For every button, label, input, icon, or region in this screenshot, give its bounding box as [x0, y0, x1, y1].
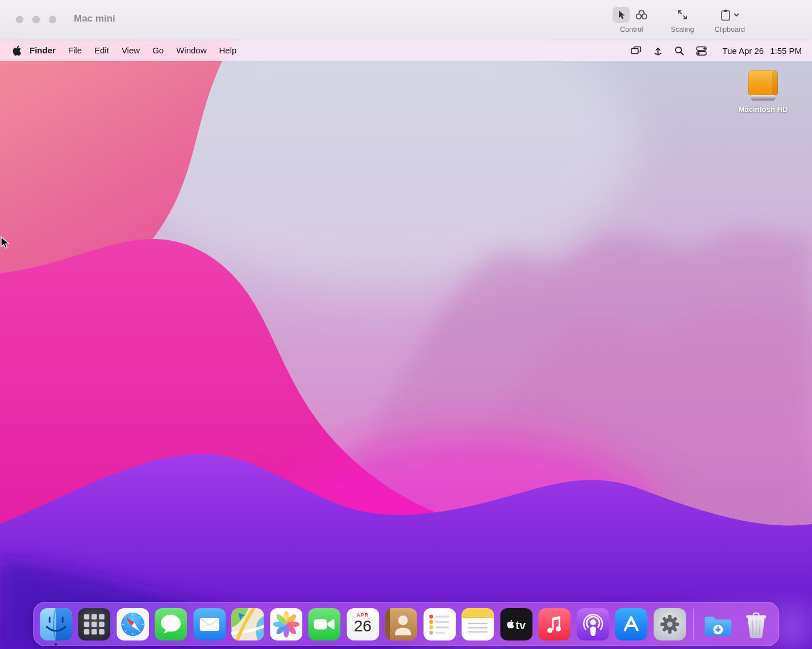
clipboard-button[interactable]	[717, 7, 743, 23]
screen-sharing-toolbar: Mac mini Control	[0, 0, 812, 40]
menu-file[interactable]: File	[62, 40, 88, 61]
clipboard-label: Clipboard	[714, 26, 745, 34]
remote-desktop: Finder File Edit View Go Window Help	[0, 40, 812, 649]
tv-label: tv	[515, 619, 526, 631]
calendar-month: APR	[357, 612, 369, 618]
dock-item-trash[interactable]	[740, 608, 772, 640]
apple-logo-icon	[13, 45, 22, 56]
volume-label: Macintosh HD	[739, 105, 788, 114]
dock-item-music[interactable]	[538, 608, 571, 640]
chevron-down-icon	[734, 13, 739, 17]
dock-divider	[693, 609, 694, 639]
system-preferences-icon	[653, 608, 686, 640]
mouse-cursor	[0, 236, 11, 250]
safari-icon	[116, 608, 149, 640]
podcasts-icon	[577, 608, 609, 640]
spotlight-icon	[674, 46, 684, 56]
calendar-day: 26	[354, 618, 372, 634]
launchpad-icon	[78, 608, 110, 640]
dock-item-calendar[interactable]: APR 26	[347, 608, 379, 640]
trash-icon	[740, 608, 772, 640]
zoom-button[interactable]	[49, 16, 56, 23]
control-center-icon	[696, 46, 707, 56]
dock-item-contacts[interactable]	[385, 608, 417, 640]
share-screen-icon	[653, 46, 663, 56]
dock-item-photos[interactable]	[270, 608, 302, 640]
control-label: Control	[620, 26, 643, 34]
maps-icon	[231, 608, 264, 640]
window-controls	[16, 16, 56, 23]
dock-item-tv[interactable]: tv	[500, 608, 532, 640]
menu-time: 1:55 PM	[770, 46, 802, 56]
orange-external-drive-icon	[744, 69, 782, 103]
toolbar-controls: Control Scaling	[613, 6, 745, 34]
app-store-icon	[615, 608, 647, 640]
mail-icon	[193, 608, 226, 640]
control-center-menu-extra[interactable]	[696, 46, 707, 56]
menu-bar-status: Tue Apr 26 1:55 PM	[631, 46, 802, 56]
apple-menu[interactable]	[13, 45, 22, 56]
menu-go[interactable]: Go	[146, 40, 170, 61]
dock-item-reminders[interactable]	[423, 608, 456, 640]
photos-icon	[270, 608, 302, 640]
dock-item-downloads[interactable]	[702, 608, 734, 640]
finder-running-indicator	[55, 643, 57, 646]
downloads-folder-icon	[702, 608, 734, 640]
dock-item-finder[interactable]	[40, 608, 72, 640]
close-button[interactable]	[16, 16, 23, 23]
dock-item-safari[interactable]	[116, 608, 149, 640]
dock: APR 26	[33, 602, 780, 646]
dock-item-messages[interactable]	[155, 608, 187, 640]
resize-diagonal-icon	[677, 9, 688, 20]
wallpaper	[0, 40, 812, 649]
dock-item-notes[interactable]	[461, 608, 494, 640]
binoculars-icon	[635, 9, 648, 20]
dock-item-launchpad[interactable]	[78, 608, 110, 640]
window-title: Mac mini	[74, 13, 115, 24]
share-screen-menu-extra[interactable]	[653, 46, 663, 56]
menu-edit[interactable]: Edit	[88, 40, 115, 61]
screen: Mac mini Control	[0, 0, 812, 649]
clipboard-icon	[721, 9, 731, 21]
finder-icon	[40, 608, 72, 640]
control-mode-button[interactable]	[613, 7, 630, 23]
calendar-icon: APR 26	[347, 608, 379, 640]
dock-item-podcasts[interactable]	[577, 608, 609, 640]
music-icon	[538, 608, 571, 640]
spotlight-menu-extra[interactable]	[674, 46, 684, 56]
messages-icon	[155, 608, 187, 640]
menu-finder[interactable]: Finder	[25, 40, 62, 61]
cursor-icon	[615, 9, 627, 20]
observe-mode-button[interactable]	[633, 7, 650, 23]
scaling-group: Scaling	[671, 6, 694, 34]
contacts-icon	[385, 608, 417, 640]
dock-item-mail[interactable]	[193, 608, 226, 640]
dock-item-system-preferences[interactable]	[653, 608, 686, 640]
facetime-icon	[308, 608, 340, 640]
stacked-displays-icon	[631, 46, 642, 55]
control-mode-group: Control	[613, 6, 650, 34]
menu-bar: Finder File Edit View Go Window Help	[0, 40, 812, 61]
stacked-displays-menu-extra[interactable]	[631, 46, 642, 55]
desktop-volume-macintosh-hd[interactable]: Macintosh HD	[729, 69, 797, 114]
dock-item-app-store[interactable]	[615, 608, 647, 640]
menu-date: Tue Apr 26	[722, 46, 764, 56]
apple-tv-icon: tv	[500, 608, 532, 640]
dock-item-facetime[interactable]	[308, 608, 340, 640]
clipboard-group: Clipboard	[714, 6, 745, 34]
notes-icon	[461, 608, 494, 640]
menu-help[interactable]: Help	[213, 40, 243, 61]
reminders-icon	[423, 608, 456, 640]
menu-bar-clock[interactable]: Tue Apr 26 1:55 PM	[722, 46, 802, 56]
menu-window[interactable]: Window	[170, 40, 213, 61]
scaling-button[interactable]	[674, 7, 691, 23]
menu-view[interactable]: View	[115, 40, 146, 61]
scaling-label: Scaling	[671, 26, 694, 34]
minimize-button[interactable]	[32, 16, 40, 23]
dock-item-maps[interactable]	[231, 608, 264, 640]
